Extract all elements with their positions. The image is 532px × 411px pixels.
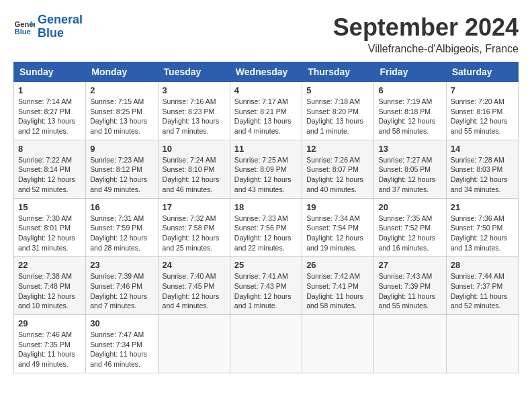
day-number: 20 bbox=[378, 202, 441, 212]
weekday-header: Saturday bbox=[446, 62, 518, 82]
title-block: September 2024 Villefranche-d'Albigeois,… bbox=[333, 13, 519, 55]
day-number: 11 bbox=[234, 144, 298, 154]
weekday-header: Tuesday bbox=[158, 62, 230, 82]
day-info: Sunrise: 7:35 AM Sunset: 7:52 PM Dayligh… bbox=[378, 214, 441, 253]
day-number: 24 bbox=[163, 260, 226, 270]
logo-icon: General Blue bbox=[13, 16, 35, 38]
calendar-day-cell: 2Sunrise: 7:15 AM Sunset: 8:25 PM Daylig… bbox=[86, 82, 158, 140]
day-number: 7 bbox=[451, 85, 514, 95]
day-info: Sunrise: 7:24 AM Sunset: 8:10 PM Dayligh… bbox=[163, 155, 226, 195]
calendar-day-cell: 23Sunrise: 7:39 AM Sunset: 7:46 PM Dayli… bbox=[86, 257, 158, 315]
day-number: 10 bbox=[163, 144, 226, 154]
day-info: Sunrise: 7:19 AM Sunset: 8:18 PM Dayligh… bbox=[378, 97, 441, 136]
day-info: Sunrise: 7:43 AM Sunset: 7:39 PM Dayligh… bbox=[378, 271, 441, 311]
day-info: Sunrise: 7:20 AM Sunset: 8:16 PM Dayligh… bbox=[451, 97, 514, 136]
calendar-day-cell: 6Sunrise: 7:19 AM Sunset: 8:18 PM Daylig… bbox=[374, 82, 446, 140]
day-info: Sunrise: 7:22 AM Sunset: 8:14 PM Dayligh… bbox=[18, 155, 81, 195]
calendar-day-cell: 24Sunrise: 7:40 AM Sunset: 7:45 PM Dayli… bbox=[158, 257, 230, 315]
calendar-day-cell: 8Sunrise: 7:22 AM Sunset: 8:14 PM Daylig… bbox=[14, 140, 86, 198]
day-info: Sunrise: 7:14 AM Sunset: 8:27 PM Dayligh… bbox=[18, 97, 81, 136]
day-info: Sunrise: 7:30 AM Sunset: 8:01 PM Dayligh… bbox=[18, 214, 81, 253]
calendar-day-cell: 10Sunrise: 7:24 AM Sunset: 8:10 PM Dayli… bbox=[158, 140, 230, 198]
day-number: 4 bbox=[234, 85, 298, 95]
logo-text: GeneralBlue bbox=[38, 13, 83, 40]
day-number: 28 bbox=[451, 260, 514, 270]
calendar-week-row: 22Sunrise: 7:38 AM Sunset: 7:48 PM Dayli… bbox=[14, 257, 519, 315]
day-info: Sunrise: 7:15 AM Sunset: 8:25 PM Dayligh… bbox=[90, 97, 153, 136]
calendar-day-cell: 3Sunrise: 7:16 AM Sunset: 8:23 PM Daylig… bbox=[158, 82, 230, 140]
day-number: 15 bbox=[18, 202, 81, 212]
calendar-day-cell: 7Sunrise: 7:20 AM Sunset: 8:16 PM Daylig… bbox=[446, 82, 518, 140]
month-title: September 2024 bbox=[333, 13, 519, 42]
calendar-day-cell: 12Sunrise: 7:26 AM Sunset: 8:07 PM Dayli… bbox=[302, 140, 374, 198]
day-info: Sunrise: 7:31 AM Sunset: 7:59 PM Dayligh… bbox=[90, 214, 153, 253]
calendar-day-cell: 11Sunrise: 7:25 AM Sunset: 8:09 PM Dayli… bbox=[230, 140, 302, 198]
location-subtitle: Villefranche-d'Albigeois, France bbox=[333, 43, 519, 55]
day-info: Sunrise: 7:25 AM Sunset: 8:09 PM Dayligh… bbox=[234, 155, 298, 195]
day-number: 21 bbox=[451, 202, 514, 212]
weekday-header: Thursday bbox=[302, 62, 374, 82]
calendar-empty-cell bbox=[230, 315, 302, 373]
day-info: Sunrise: 7:44 AM Sunset: 7:37 PM Dayligh… bbox=[451, 271, 514, 311]
day-info: Sunrise: 7:16 AM Sunset: 8:23 PM Dayligh… bbox=[163, 97, 226, 136]
calendar-week-row: 1Sunrise: 7:14 AM Sunset: 8:27 PM Daylig… bbox=[14, 82, 519, 140]
weekday-header: Sunday bbox=[14, 62, 86, 82]
day-info: Sunrise: 7:28 AM Sunset: 8:03 PM Dayligh… bbox=[451, 155, 514, 195]
day-info: Sunrise: 7:39 AM Sunset: 7:46 PM Dayligh… bbox=[90, 271, 153, 311]
day-info: Sunrise: 7:23 AM Sunset: 8:12 PM Dayligh… bbox=[90, 155, 153, 195]
calendar-day-cell: 9Sunrise: 7:23 AM Sunset: 8:12 PM Daylig… bbox=[86, 140, 158, 198]
day-info: Sunrise: 7:34 AM Sunset: 7:54 PM Dayligh… bbox=[306, 214, 369, 253]
calendar-day-cell: 29Sunrise: 7:46 AM Sunset: 7:35 PM Dayli… bbox=[14, 315, 86, 373]
day-info: Sunrise: 7:38 AM Sunset: 7:48 PM Dayligh… bbox=[18, 271, 81, 311]
svg-text:Blue: Blue bbox=[15, 28, 31, 36]
calendar-day-cell: 17Sunrise: 7:32 AM Sunset: 7:58 PM Dayli… bbox=[158, 198, 230, 257]
calendar-day-cell: 18Sunrise: 7:33 AM Sunset: 7:56 PM Dayli… bbox=[230, 198, 302, 257]
day-info: Sunrise: 7:40 AM Sunset: 7:45 PM Dayligh… bbox=[163, 271, 226, 311]
day-info: Sunrise: 7:32 AM Sunset: 7:58 PM Dayligh… bbox=[163, 214, 226, 253]
day-number: 6 bbox=[378, 85, 441, 95]
calendar-day-cell: 30Sunrise: 7:47 AM Sunset: 7:34 PM Dayli… bbox=[86, 315, 158, 373]
day-number: 25 bbox=[234, 260, 298, 270]
day-number: 27 bbox=[378, 260, 441, 270]
day-info: Sunrise: 7:42 AM Sunset: 7:41 PM Dayligh… bbox=[306, 271, 369, 311]
day-number: 23 bbox=[90, 260, 153, 270]
calendar-day-cell: 21Sunrise: 7:36 AM Sunset: 7:50 PM Dayli… bbox=[446, 198, 518, 257]
calendar-day-cell: 1Sunrise: 7:14 AM Sunset: 8:27 PM Daylig… bbox=[14, 82, 86, 140]
calendar-day-cell: 19Sunrise: 7:34 AM Sunset: 7:54 PM Dayli… bbox=[302, 198, 374, 257]
calendar-day-cell: 28Sunrise: 7:44 AM Sunset: 7:37 PM Dayli… bbox=[446, 257, 518, 315]
day-number: 18 bbox=[234, 202, 298, 212]
day-number: 13 bbox=[378, 144, 441, 154]
day-info: Sunrise: 7:33 AM Sunset: 7:56 PM Dayligh… bbox=[234, 214, 298, 253]
calendar-empty-cell bbox=[302, 315, 374, 373]
day-info: Sunrise: 7:36 AM Sunset: 7:50 PM Dayligh… bbox=[451, 214, 514, 253]
calendar-week-row: 8Sunrise: 7:22 AM Sunset: 8:14 PM Daylig… bbox=[14, 140, 519, 198]
day-number: 2 bbox=[90, 85, 153, 95]
calendar-day-cell: 13Sunrise: 7:27 AM Sunset: 8:05 PM Dayli… bbox=[374, 140, 446, 198]
day-number: 29 bbox=[18, 318, 81, 328]
day-info: Sunrise: 7:18 AM Sunset: 8:20 PM Dayligh… bbox=[306, 97, 369, 136]
day-info: Sunrise: 7:17 AM Sunset: 8:21 PM Dayligh… bbox=[234, 97, 298, 136]
day-number: 30 bbox=[90, 318, 153, 328]
day-number: 1 bbox=[18, 85, 81, 95]
calendar-day-cell: 22Sunrise: 7:38 AM Sunset: 7:48 PM Dayli… bbox=[14, 257, 86, 315]
day-number: 5 bbox=[306, 85, 369, 95]
page-header: General Blue GeneralBlue September 2024 … bbox=[13, 13, 519, 55]
day-number: 19 bbox=[306, 202, 369, 212]
calendar-day-cell: 5Sunrise: 7:18 AM Sunset: 8:20 PM Daylig… bbox=[302, 82, 374, 140]
calendar-day-cell: 14Sunrise: 7:28 AM Sunset: 8:03 PM Dayli… bbox=[446, 140, 518, 198]
day-info: Sunrise: 7:41 AM Sunset: 7:43 PM Dayligh… bbox=[234, 271, 298, 311]
day-number: 26 bbox=[306, 260, 369, 270]
calendar-day-cell: 25Sunrise: 7:41 AM Sunset: 7:43 PM Dayli… bbox=[230, 257, 302, 315]
calendar-day-cell: 15Sunrise: 7:30 AM Sunset: 8:01 PM Dayli… bbox=[14, 198, 86, 257]
calendar-week-row: 29Sunrise: 7:46 AM Sunset: 7:35 PM Dayli… bbox=[14, 315, 519, 373]
weekday-header: Monday bbox=[86, 62, 158, 82]
day-number: 9 bbox=[90, 144, 153, 154]
day-number: 8 bbox=[18, 144, 81, 154]
calendar-day-cell: 26Sunrise: 7:42 AM Sunset: 7:41 PM Dayli… bbox=[302, 257, 374, 315]
calendar-week-row: 15Sunrise: 7:30 AM Sunset: 8:01 PM Dayli… bbox=[14, 198, 519, 257]
calendar-day-cell: 27Sunrise: 7:43 AM Sunset: 7:39 PM Dayli… bbox=[374, 257, 446, 315]
day-number: 3 bbox=[163, 85, 226, 95]
day-number: 12 bbox=[306, 144, 369, 154]
day-info: Sunrise: 7:46 AM Sunset: 7:35 PM Dayligh… bbox=[18, 330, 81, 369]
day-number: 14 bbox=[451, 144, 514, 154]
